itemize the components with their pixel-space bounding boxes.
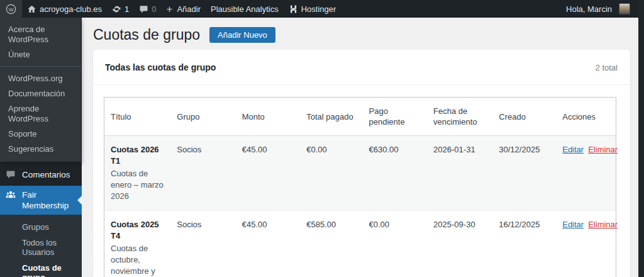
- col-header-total-pagado: Total pagado: [300, 98, 362, 136]
- cell-due-date: 2026-01-31: [427, 136, 492, 211]
- cell-created: 16/12/2025: [492, 211, 556, 277]
- admin-bar: W acroyoga-club.es 1 0 + Añadir Plausibl…: [0, 0, 644, 18]
- main-content: Cuotas de grupo Añadir Nuevo Todas las c…: [82, 18, 638, 277]
- cell-pending: €0.00: [363, 211, 428, 277]
- fee-title: Cuotas 2025 T4: [111, 219, 164, 242]
- updates-count: 1: [125, 4, 129, 14]
- plausible-analytics-menu[interactable]: Plausible Analytics: [206, 0, 284, 18]
- sidebar-item-label: Fair Membership: [22, 189, 78, 211]
- comments-count: 0: [152, 4, 156, 14]
- add-new-button[interactable]: Añadir Nuevo: [209, 27, 275, 43]
- total-count-badge: 2 total: [596, 63, 618, 72]
- delete-link[interactable]: Eliminar: [588, 145, 618, 154]
- hostinger-label: Hostinger: [301, 4, 336, 14]
- cell-actions: EditarEliminar: [556, 211, 616, 277]
- delete-link[interactable]: Eliminar: [588, 220, 618, 229]
- cell-title: Cuotas 2025 T4 Cuotas de octubre, noviem…: [104, 211, 171, 277]
- account-menu[interactable]: Hola, Marcin: [561, 0, 644, 18]
- add-new-label: Añadir: [177, 4, 201, 14]
- cell-total-paid: €0.00: [300, 136, 362, 211]
- wordpress-logo-menu[interactable]: W: [0, 0, 22, 18]
- wordpress-icon: W: [6, 4, 16, 14]
- cell-actions: EditarEliminar: [556, 136, 616, 211]
- page-header: Cuotas de grupo Añadir Nuevo: [93, 25, 630, 44]
- flyout-separator: [0, 66, 81, 67]
- plus-icon: +: [166, 4, 172, 14]
- submenu-item-cuotas-de-grupo[interactable]: Cuotas de grupo: [0, 260, 82, 277]
- page-title: Cuotas de grupo: [93, 25, 200, 44]
- cell-amount: €45.00: [236, 136, 301, 211]
- sidebar-item-comments[interactable]: Comentarios: [0, 166, 82, 186]
- col-header-fecha-vencimiento: Fecha de vencimiento: [427, 98, 492, 136]
- sidebar-item-label: Comentarios: [22, 169, 70, 180]
- cell-created: 30/12/2025: [492, 136, 556, 211]
- flyout-item-soporte[interactable]: Soporte: [0, 127, 81, 142]
- card-header: Todas las cuotas de grupo 2 total: [93, 50, 630, 85]
- home-icon: [27, 4, 36, 14]
- comment-icon: [6, 169, 16, 182]
- edit-link[interactable]: Editar: [562, 220, 584, 229]
- plausible-label: Plausible Analytics: [211, 4, 279, 14]
- flyout-item-documentacion[interactable]: Documentación: [0, 86, 81, 101]
- col-header-pago-pendiente: Pago pendiente: [363, 98, 428, 136]
- fees-card: Todas las cuotas de grupo 2 total Título…: [93, 50, 630, 277]
- submenu-item-todos-los-usuarios[interactable]: Todos los Usuarios: [0, 235, 82, 260]
- browser-scrollbar[interactable]: [638, 0, 644, 277]
- table-row: Cuotas 2025 T4 Cuotas de octubre, noviem…: [104, 211, 616, 277]
- sidebar-item-fair-membership[interactable]: Fair Membership: [0, 186, 82, 215]
- table-header-row: Título Grupo Monto Total pagado Pago pen…: [104, 98, 616, 136]
- col-header-grupo: Grupo: [170, 98, 235, 136]
- account-greeting: Hola, Marcin: [566, 4, 616, 14]
- col-header-acciones: Acciones: [556, 98, 616, 136]
- site-link[interactable]: acroyoga-club.es: [22, 0, 107, 18]
- fee-description: Cuotas de octubre, noviembre y diciembre…: [111, 243, 164, 277]
- update-icon: [112, 4, 121, 14]
- cell-title: Cuotas 2026 T1 Cuotas de enero – marzo 2…: [104, 136, 171, 211]
- card-body: Título Grupo Monto Total pagado Pago pen…: [93, 85, 630, 277]
- flyout-item-sugerencias[interactable]: Sugerencias: [0, 142, 81, 157]
- col-header-titulo: Título: [104, 98, 171, 136]
- flyout-item-wordpress-org[interactable]: WordPress.org: [0, 71, 81, 86]
- flyout-item-aprende[interactable]: Aprende WordPress: [0, 101, 81, 127]
- cell-group: Socios: [170, 211, 235, 277]
- cell-group: Socios: [170, 136, 235, 211]
- hostinger-icon: [289, 4, 298, 14]
- fee-title: Cuotas 2026 T1: [111, 144, 164, 167]
- col-header-creado: Creado: [492, 98, 556, 136]
- user-avatar: [619, 3, 630, 14]
- group-fees-table: Título Grupo Monto Total pagado Pago pen…: [104, 97, 616, 277]
- hostinger-menu[interactable]: Hostinger: [284, 0, 341, 18]
- card-title: Todas las cuotas de grupo: [105, 62, 216, 72]
- comment-icon: [139, 4, 148, 14]
- groups-icon: [6, 189, 16, 202]
- cell-due-date: 2025-09-30: [427, 211, 492, 277]
- svg-text:W: W: [9, 6, 14, 12]
- fair-membership-submenu: Grupos Todos los Usuarios Cuotas de grup…: [0, 215, 82, 277]
- wordpress-flyout-menu: Acerca de WordPress Únete WordPress.org …: [0, 18, 81, 162]
- add-new-menu[interactable]: + Añadir: [161, 0, 206, 18]
- cell-pending: €630.00: [363, 136, 428, 211]
- edit-link[interactable]: Editar: [562, 145, 584, 154]
- fee-description: Cuotas de enero – marzo 2026: [111, 168, 164, 202]
- table-row: Cuotas 2026 T1 Cuotas de enero – marzo 2…: [104, 136, 616, 211]
- flyout-item-acerca[interactable]: Acerca de WordPress: [0, 22, 81, 47]
- cell-amount: €45.00: [236, 211, 301, 277]
- comments-button[interactable]: 0: [134, 0, 161, 18]
- site-name: acroyoga-club.es: [40, 4, 102, 14]
- cell-total-paid: €585.00: [300, 211, 362, 277]
- submenu-item-grupos[interactable]: Grupos: [0, 219, 82, 235]
- flyout-item-unete[interactable]: Únete: [0, 47, 81, 62]
- updates-button[interactable]: 1: [107, 0, 134, 18]
- col-header-monto: Monto: [236, 98, 301, 136]
